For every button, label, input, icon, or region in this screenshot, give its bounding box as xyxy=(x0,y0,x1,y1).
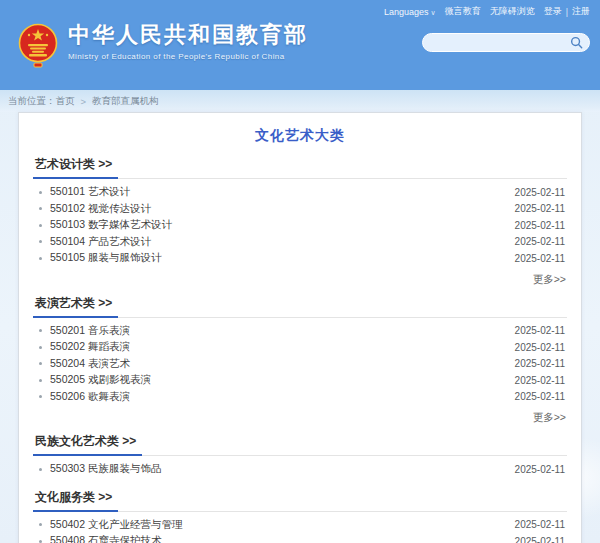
breadcrumb-separator: > xyxy=(81,96,87,107)
major-list: 550201 音乐表演2025-02-11550202 舞蹈表演2025-02-… xyxy=(33,318,567,406)
list-item: 550201 音乐表演2025-02-11 xyxy=(37,323,565,340)
site-title: 中华人民共和国教育部 xyxy=(68,22,308,48)
top-utility-bar: Languages∨ 微言教育 无障碍浏览 登录 | 注册 xyxy=(384,5,590,18)
item-date: 2025-02-11 xyxy=(515,236,565,247)
breadcrumb-current: 教育部直属机构 xyxy=(92,95,159,108)
more-link[interactable]: 更多>> xyxy=(533,273,566,285)
list-item: 550101 艺术设计2025-02-11 xyxy=(37,184,565,201)
list-item: 550103 数字媒体艺术设计2025-02-11 xyxy=(37,217,565,234)
category-section: 文化服务类 >>550402 文化产业经营与管理2025-02-11550408… xyxy=(33,488,567,543)
bullet-icon xyxy=(39,346,42,349)
list-item: 550204 表演艺术2025-02-11 xyxy=(37,356,565,373)
major-link[interactable]: 550205 戏剧影视表演 xyxy=(50,373,515,387)
more-row: 更多>> xyxy=(33,267,567,284)
bullet-icon xyxy=(39,191,42,194)
category-section: 民族文化艺术类 >>550303 民族服装与饰品2025-02-11 xyxy=(33,432,567,478)
major-link[interactable]: 550104 产品艺术设计 xyxy=(50,235,515,249)
major-link[interactable]: 550303 民族服装与饰品 xyxy=(50,462,515,476)
section-title-link[interactable]: 文化服务类 >> xyxy=(33,490,118,512)
bullet-icon xyxy=(39,257,42,260)
site-subtitle: Ministry of Education of the People's Re… xyxy=(68,52,308,61)
top-link-accessibility[interactable]: 无障碍浏览 xyxy=(490,5,535,18)
bullet-icon xyxy=(39,379,42,382)
search-box[interactable] xyxy=(422,33,590,52)
list-item: 550202 舞蹈表演2025-02-11 xyxy=(37,339,565,356)
list-item: 550402 文化产业经营与管理2025-02-11 xyxy=(37,517,565,534)
item-date: 2025-02-11 xyxy=(515,342,565,353)
bullet-icon xyxy=(39,362,42,365)
bullet-icon xyxy=(39,224,42,227)
list-item: 550105 服装与服饰设计2025-02-11 xyxy=(37,250,565,267)
section-header: 表演艺术类 >> xyxy=(33,294,567,318)
bullet-icon xyxy=(39,468,42,471)
list-item: 550104 产品艺术设计2025-02-11 xyxy=(37,234,565,251)
bullet-icon xyxy=(39,240,42,243)
major-link[interactable]: 550204 表演艺术 xyxy=(50,357,515,371)
brand[interactable]: 中华人民共和国教育部 Ministry of Education of the … xyxy=(18,22,308,68)
major-link[interactable]: 550206 歌舞表演 xyxy=(50,390,515,404)
major-link[interactable]: 550201 音乐表演 xyxy=(50,324,515,338)
section-header: 民族文化艺术类 >> xyxy=(33,432,567,456)
item-date: 2025-02-11 xyxy=(515,253,565,264)
item-date: 2025-02-11 xyxy=(515,358,565,369)
breadcrumb: 当前位置： 首页 > 教育部直属机构 xyxy=(0,90,600,112)
item-date: 2025-02-11 xyxy=(515,203,565,214)
bullet-icon xyxy=(39,523,42,526)
register-link[interactable]: 注册 xyxy=(572,5,590,18)
item-date: 2025-02-11 xyxy=(515,536,565,543)
sections-container: 艺术设计类 >>550101 艺术设计2025-02-11550102 视觉传达… xyxy=(33,155,567,543)
section-header: 艺术设计类 >> xyxy=(33,155,567,179)
breadcrumb-label: 当前位置： xyxy=(8,95,56,108)
site-header: Languages∨ 微言教育 无障碍浏览 登录 | 注册 中华人民共和国教育部… xyxy=(0,0,600,90)
major-list: 550101 艺术设计2025-02-11550102 视觉传达设计2025-0… xyxy=(33,179,567,267)
list-item: 550206 歌舞表演2025-02-11 xyxy=(37,389,565,406)
major-link[interactable]: 550402 文化产业经营与管理 xyxy=(50,518,515,532)
page-title: 文化艺术大类 xyxy=(33,127,567,145)
item-date: 2025-02-11 xyxy=(515,464,565,475)
chevron-down-icon: ∨ xyxy=(431,9,436,16)
content-panel: 文化艺术大类 艺术设计类 >>550101 艺术设计2025-02-115501… xyxy=(18,112,582,543)
item-date: 2025-02-11 xyxy=(515,325,565,336)
login-link[interactable]: 登录 xyxy=(544,5,562,18)
item-date: 2025-02-11 xyxy=(515,391,565,402)
major-list: 550402 文化产业经营与管理2025-02-11550408 石窟寺保护技术… xyxy=(33,512,567,543)
breadcrumb-home-link[interactable]: 首页 xyxy=(56,95,75,108)
category-section: 表演艺术类 >>550201 音乐表演2025-02-11550202 舞蹈表演… xyxy=(33,294,567,423)
search-input[interactable] xyxy=(433,36,570,49)
section-title-link[interactable]: 民族文化艺术类 >> xyxy=(33,434,142,456)
category-section: 艺术设计类 >>550101 艺术设计2025-02-11550102 视觉传达… xyxy=(33,155,567,284)
more-link[interactable]: 更多>> xyxy=(533,411,566,423)
list-item: 550205 戏剧影视表演2025-02-11 xyxy=(37,372,565,389)
bullet-icon xyxy=(39,329,42,332)
section-title-link[interactable]: 艺术设计类 >> xyxy=(33,157,118,179)
bullet-icon xyxy=(39,395,42,398)
major-link[interactable]: 550103 数字媒体艺术设计 xyxy=(50,218,515,232)
top-link-weiyan[interactable]: 微言教育 xyxy=(445,5,481,18)
item-date: 2025-02-11 xyxy=(515,375,565,386)
major-list: 550303 民族服装与饰品2025-02-11 xyxy=(33,456,567,478)
major-link[interactable]: 550101 艺术设计 xyxy=(50,185,515,199)
bullet-icon xyxy=(39,207,42,210)
bullet-icon xyxy=(39,540,42,543)
list-item: 550303 民族服装与饰品2025-02-11 xyxy=(37,461,565,478)
national-emblem-icon xyxy=(18,22,58,68)
item-date: 2025-02-11 xyxy=(515,519,565,530)
item-date: 2025-02-11 xyxy=(515,220,565,231)
section-title-link[interactable]: 表演艺术类 >> xyxy=(33,296,118,318)
top-links-divider: | xyxy=(566,7,568,17)
more-row: 更多>> xyxy=(33,405,567,422)
major-link[interactable]: 550102 视觉传达设计 xyxy=(50,202,515,216)
languages-menu[interactable]: Languages∨ xyxy=(384,7,436,17)
list-item: 550408 石窟寺保护技术2025-02-11 xyxy=(37,533,565,543)
search-icon[interactable] xyxy=(570,36,583,49)
major-link[interactable]: 550408 石窟寺保护技术 xyxy=(50,534,515,543)
major-link[interactable]: 550105 服装与服饰设计 xyxy=(50,251,515,265)
major-link[interactable]: 550202 舞蹈表演 xyxy=(50,340,515,354)
list-item: 550102 视觉传达设计2025-02-11 xyxy=(37,201,565,218)
section-header: 文化服务类 >> xyxy=(33,488,567,512)
item-date: 2025-02-11 xyxy=(515,187,565,198)
